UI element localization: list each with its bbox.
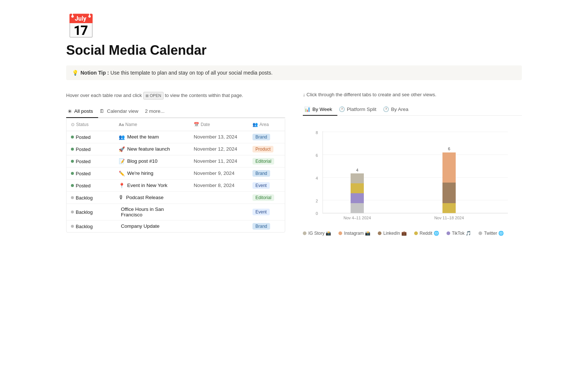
status-dot xyxy=(71,160,74,163)
legend-dot-ig_story xyxy=(303,231,306,235)
legend-label-instagram: Instagram 📸 xyxy=(344,231,370,236)
bar-group1-igstory xyxy=(351,173,364,183)
status-cell: Posted xyxy=(67,156,114,167)
name-cell: 📝 Blog post #10 xyxy=(114,156,189,167)
legend-label-twitter: Twitter 🌐 xyxy=(484,231,504,236)
area-cell: Brand xyxy=(248,220,285,232)
name-cell: 🎙 Podcast Release xyxy=(114,192,189,203)
bar-group2-instagram xyxy=(442,152,456,183)
legend-item-linkedin: LinkedIn 💼 xyxy=(378,231,407,236)
row-icon: 🎙 xyxy=(119,195,124,200)
area-cell: Event xyxy=(248,180,285,191)
bar-group1-reddit xyxy=(351,183,364,193)
area-cell: Brand xyxy=(248,131,285,143)
status-dot xyxy=(71,184,74,187)
legend-item-instagram: Instagram 📸 xyxy=(338,231,370,236)
table-row[interactable]: Posted ✏️ We're hiring November 9, 2024 … xyxy=(67,168,285,180)
legend-dot-instagram xyxy=(338,231,342,235)
area-tag: Event xyxy=(252,209,270,215)
legend-dot-twitter xyxy=(478,231,482,235)
status-dot xyxy=(71,172,74,175)
svg-text:Nov 4–11 2024: Nov 4–11 2024 xyxy=(344,216,371,220)
tab-all-posts[interactable]: ✳ All posts xyxy=(66,105,98,118)
date-cell: November 13, 2024 xyxy=(189,132,248,142)
row-icon: ✏️ xyxy=(119,170,125,176)
name-cell: 🚀 New feature launch xyxy=(114,144,189,155)
area-tag: Brand xyxy=(252,134,270,140)
status-text: Backlog xyxy=(76,195,93,201)
table-row[interactable]: Posted 📝 Blog post #10 November 11, 2024… xyxy=(67,155,285,168)
page-title: Social Media Calendar xyxy=(66,43,522,58)
status-cell: Posted xyxy=(67,144,114,155)
bar-chart-icon: 📊 xyxy=(304,106,311,112)
table-row[interactable]: Posted 📍 Event in New York November 8, 2… xyxy=(67,180,285,192)
status-badge: Posted xyxy=(71,183,90,188)
notion-tip: 💡 Notion Tip : Use this template to plan… xyxy=(66,65,522,80)
tip-icon: 💡 xyxy=(72,70,78,76)
calendar-label: Calendar view xyxy=(107,108,139,114)
legend-item-reddit: Reddit 🌐 xyxy=(414,231,439,236)
status-dot xyxy=(71,148,74,151)
table-row[interactable]: Posted 🚀 New feature launch November 12,… xyxy=(67,143,285,155)
row-icon: 🚀 xyxy=(119,146,125,152)
row-name: 🎙 Podcast Release xyxy=(119,195,185,200)
chart-tab-platform-split[interactable]: 🕐 Platform Split xyxy=(337,103,381,116)
table-row[interactable]: Posted 👥 Meet the team November 13, 2024… xyxy=(67,131,285,143)
row-name-text: We're hiring xyxy=(127,170,153,176)
tab-calendar-view[interactable]: 🗓 Calendar view xyxy=(98,105,144,118)
open-badge: ⊞ OPEN xyxy=(143,92,164,100)
row-name-text: Company Update xyxy=(121,223,159,229)
date-col-icon: 📅 xyxy=(194,122,199,127)
status-badge: Posted xyxy=(71,147,90,152)
svg-text:4: 4 xyxy=(356,168,358,172)
status-text: Posted xyxy=(76,134,90,140)
status-text: Backlog xyxy=(76,224,93,229)
row-name-text: New feature launch xyxy=(127,146,170,152)
bar-group2-reddit xyxy=(442,203,456,213)
status-cell: Posted xyxy=(67,132,114,143)
area-tag: Product xyxy=(252,146,273,152)
svg-text:2: 2 xyxy=(316,199,318,203)
status-badge: Backlog xyxy=(71,195,93,201)
area-cell: Product xyxy=(248,143,285,155)
clock-icon-2: 🕐 xyxy=(383,106,389,112)
status-col-icon: ⊙ xyxy=(71,122,75,127)
chart-hint: ↓ Click through the different tabs to cr… xyxy=(303,92,522,97)
status-text: Posted xyxy=(76,159,90,164)
legend-label-linkedin: LinkedIn 💼 xyxy=(383,231,407,236)
area-tag: Event xyxy=(252,182,270,189)
svg-text:6: 6 xyxy=(448,147,450,151)
table-row[interactable]: Backlog Company Update Brand xyxy=(67,220,285,232)
table-header: ⊙ Status Aa Name 📅 Date 👥 Area xyxy=(67,118,285,131)
svg-text:8: 8 xyxy=(316,130,318,135)
date-cell: November 8, 2024 xyxy=(189,180,248,191)
table-hint: Hover over each table row and click ⊞ OP… xyxy=(66,92,285,100)
legend-dot-linkedin xyxy=(378,231,381,235)
status-text: Posted xyxy=(76,183,90,188)
area-cell: Editorial xyxy=(248,155,285,167)
two-col-layout: Hover over each table row and click ⊞ OP… xyxy=(66,92,522,236)
bar-group1-tiktok xyxy=(351,193,364,203)
legend-item-tiktok: TikTok 🎵 xyxy=(447,231,472,236)
bar-group2-linkedin xyxy=(442,183,456,203)
bar-group1-twitter xyxy=(351,203,364,213)
date-cell xyxy=(189,195,248,200)
status-cell: Backlog xyxy=(67,206,114,217)
tab-more[interactable]: 2 more... xyxy=(144,105,170,118)
more-label: 2 more... xyxy=(145,108,165,114)
name-cell: 📍 Event in New York xyxy=(114,180,189,191)
tip-content: Notion Tip : Use this template to plan a… xyxy=(80,70,273,76)
date-cell: November 12, 2024 xyxy=(189,144,248,154)
status-badge: Backlog xyxy=(71,224,93,229)
legend-dot-reddit xyxy=(414,231,418,235)
name-cell: 👥 Meet the team xyxy=(114,132,189,143)
area-cell: Event xyxy=(248,206,285,218)
table-row[interactable]: Backlog 🎙 Podcast Release Editorial xyxy=(67,192,285,204)
chart-tab-by-area[interactable]: 🕐 By Area xyxy=(381,103,413,116)
col-status: ⊙ Status xyxy=(67,120,114,129)
open-badge-icon: ⊞ xyxy=(146,93,148,98)
chart-tab-by-week[interactable]: 📊 By Week xyxy=(303,103,337,116)
col-area: 👥 Area xyxy=(248,120,285,129)
status-badge: Backlog xyxy=(71,209,93,215)
table-row[interactable]: Backlog Office Hours in San Francisco Ev… xyxy=(67,204,285,220)
